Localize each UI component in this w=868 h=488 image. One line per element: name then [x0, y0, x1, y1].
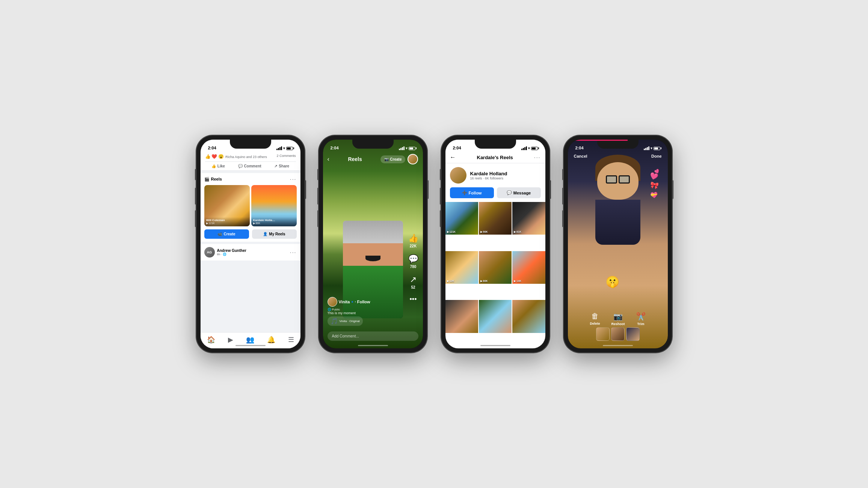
- reels-share-action[interactable]: ↗ 52: [410, 275, 417, 289]
- profile-reel-6[interactable]: ▶ 14K: [512, 251, 545, 284]
- my-reels-button[interactable]: 👤 My Reels: [252, 229, 297, 239]
- reel-thumb-1[interactable]: Will Coleman ▶ 121K: [204, 185, 250, 226]
- profile-avatar: [450, 167, 466, 184]
- home-indicator-1: [235, 345, 266, 346]
- phone-1-facebook-feed: 2:04 ▾ 👍: [196, 135, 305, 353]
- profile-reel-4[interactable]: ▶ 12K: [445, 251, 478, 284]
- phone-2-reels-player: 2:04 ▾: [319, 135, 427, 353]
- home-indicator-3: [480, 345, 510, 346]
- follow-button[interactable]: ➕ Follow: [450, 187, 494, 198]
- comment-placeholder: Add Comment...: [332, 334, 359, 338]
- phone-3-profile-reels: 2:04 ▾ ← Kardale's Reels: [441, 135, 550, 353]
- profile-back-button[interactable]: ←: [450, 154, 456, 161]
- reels-top-nav: ‹ Reels 📷 Create: [323, 152, 423, 167]
- nav-people-icon[interactable]: 👥: [246, 336, 254, 344]
- profile-top-row: Kardale Holland 16 reels · 6K followers: [450, 167, 541, 184]
- wifi-icon-4: ▾: [651, 146, 652, 150]
- create-reel-button[interactable]: 📹 Create: [204, 229, 249, 239]
- reels-user-avatar[interactable]: [408, 154, 418, 164]
- camera-person-view: [584, 162, 652, 275]
- status-icons-3: ▾: [521, 146, 538, 150]
- profile-more-button[interactable]: ···: [534, 154, 541, 160]
- comment-button[interactable]: 💬 Comment: [238, 164, 261, 168]
- camera-done-button[interactable]: Done: [651, 154, 662, 158]
- reels-comment-bar[interactable]: Add Comment...: [328, 331, 418, 341]
- status-time-1: 2:04: [208, 146, 216, 150]
- message-label: Message: [513, 191, 531, 195]
- reel-views-p4: ▶ 12K: [447, 280, 454, 283]
- reels-thumbnails-grid: Will Coleman ▶ 121K Kardale Holla… ▶ 88K: [204, 185, 297, 226]
- share-button[interactable]: ↗ Share: [274, 164, 289, 168]
- delete-label: Delete: [590, 322, 600, 325]
- notch-3: [475, 140, 516, 149]
- comments-count: 2 Comments: [276, 154, 296, 159]
- nav-notifications-icon[interactable]: 🔔: [267, 336, 275, 344]
- post-author-row: AG Andrew Gunther 8h · 🌐 ···: [204, 247, 297, 258]
- reels-side-actions: 👍 22K 💬 780 ↗ 52 •••: [408, 233, 418, 303]
- wifi-icon-3: ▾: [528, 146, 530, 150]
- status-time-3: 2:04: [453, 146, 461, 150]
- reels-audio-tag[interactable]: 🎵 Vinita · Original: [328, 316, 363, 326]
- profile-reel-5[interactable]: ▶ 80K: [479, 251, 512, 284]
- reels-more-action[interactable]: •••: [410, 295, 417, 303]
- post-author-avatar: AG: [204, 247, 215, 258]
- nav-menu-icon[interactable]: ☰: [288, 336, 294, 344]
- reels-username-text: Vinita: [339, 300, 350, 304]
- profile-reel-2[interactable]: ▶ 90K: [479, 202, 512, 235]
- film-frame-3[interactable]: [626, 327, 640, 341]
- reels-more-button[interactable]: ···: [290, 176, 297, 182]
- reels-create-button[interactable]: 📷 Create: [380, 155, 405, 163]
- signal-bars-3: [521, 146, 527, 150]
- profile-reel-8[interactable]: [479, 300, 512, 333]
- profile-reel-7[interactable]: [445, 300, 478, 333]
- reels-comments-count: 780: [410, 265, 417, 269]
- message-button[interactable]: 💬 Message: [497, 187, 541, 198]
- reels-mini-avatar: [328, 297, 337, 307]
- public-badge: 🌐 Public: [328, 308, 400, 311]
- profile-reel-9[interactable]: [512, 300, 545, 333]
- profile-reel-1[interactable]: ▶ 121K: [445, 202, 478, 235]
- share-icon: ↗: [410, 275, 417, 285]
- trim-label: Trim: [637, 322, 644, 326]
- fb-post-header: 👍 ❤️ 😮 Richa Aquino and 23 others 2 Comm…: [201, 152, 300, 171]
- like-button[interactable]: 👍 Like: [211, 164, 225, 168]
- reel-views-p5: ▶ 80K: [480, 280, 488, 283]
- post-author-name: Andrew Gunther: [217, 249, 246, 253]
- reels-header: 🎬 Reels ···: [204, 176, 297, 182]
- battery-icon-2: [409, 147, 415, 150]
- reel-thumb-2[interactable]: Kardale Holla… ▶ 88K: [251, 185, 297, 226]
- camera-editing-tools: 🗑 Delete 📷 Reshoot ✂️ Trim: [568, 312, 668, 326]
- film-frame-2[interactable]: [611, 327, 625, 341]
- reshoot-icon: 📷: [613, 312, 623, 321]
- delete-icon: 🗑: [591, 312, 599, 321]
- reel-name-1: Will Coleman: [206, 218, 248, 222]
- status-bar-2: 2:04 ▾: [323, 140, 423, 152]
- reels-section: 🎬 Reels ··· Will Coleman ▶ 121K: [201, 173, 300, 242]
- reels-comment-action[interactable]: 💬 780: [408, 254, 418, 269]
- reel-views-p3: ▶ 81K: [514, 230, 521, 233]
- camera-cancel-button[interactable]: Cancel: [574, 154, 587, 158]
- reels-audio-text: Vinita · Original: [340, 319, 360, 323]
- post-preview: AG Andrew Gunther 8h · 🌐 ···: [201, 244, 300, 261]
- fb-reactions-row: 👍 ❤️ 😮 Richa Aquino and 23 others 2 Comm…: [205, 154, 296, 159]
- reels-player-view[interactable]: ‹ Reels 📷 Create 👍 22K: [323, 140, 423, 348]
- trim-tool[interactable]: ✂️ Trim: [636, 312, 646, 326]
- nav-home-icon[interactable]: 🏠: [207, 336, 215, 344]
- reels-follow-text[interactable]: · Follow: [355, 300, 370, 304]
- thumbs-up-icon: 👍: [408, 233, 418, 243]
- status-icons-1: ▾: [276, 146, 293, 150]
- status-time-2: 2:04: [331, 146, 339, 150]
- film-frame-1[interactable]: [596, 327, 610, 341]
- post-more-button[interactable]: ···: [290, 249, 297, 255]
- reels-like-action[interactable]: 👍 22K: [408, 233, 418, 248]
- reel-name-2: Kardale Holla…: [253, 218, 295, 222]
- reel-views-1: ▶ 121K: [206, 222, 248, 225]
- more-icon: •••: [410, 295, 417, 303]
- reels-back-button[interactable]: ‹: [328, 156, 329, 163]
- profile-reel-3[interactable]: ▶ 81K: [512, 202, 545, 235]
- reshoot-tool[interactable]: 📷 Reshoot: [611, 312, 625, 326]
- reaction-text: Richa Aquino and 23 others: [225, 155, 267, 159]
- delete-tool[interactable]: 🗑 Delete: [590, 312, 600, 326]
- nav-video-icon[interactable]: ▶: [228, 336, 233, 344]
- fb-actions-row: 👍 Like 💬 Comment ↗ Share: [205, 161, 296, 168]
